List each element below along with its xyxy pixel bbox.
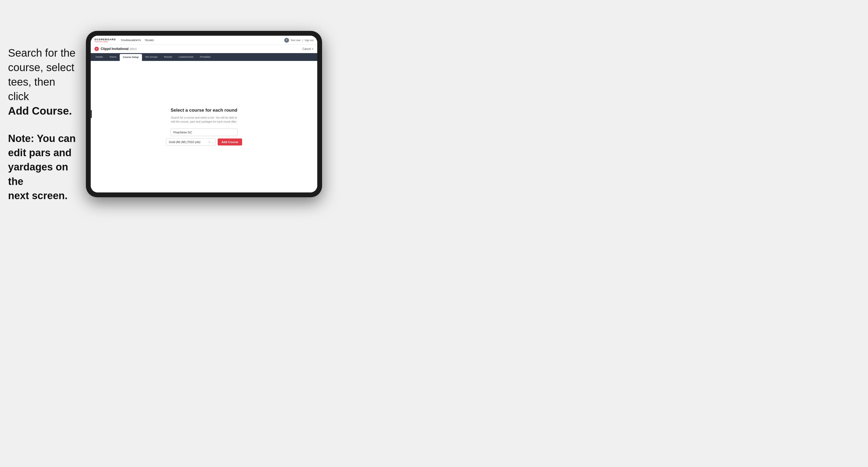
tournament-header: C Clippd Invitational (Men) Cancel × bbox=[91, 45, 317, 53]
tab-bar: Details Teams Course Setup Tee Groups Re… bbox=[91, 53, 317, 61]
add-course-button[interactable]: Add Course bbox=[218, 138, 242, 146]
tab-results[interactable]: Results bbox=[161, 53, 175, 61]
tee-select-wrapper: × ⌄ bbox=[166, 138, 216, 146]
tee-chevron-icon: ⌄ bbox=[212, 141, 214, 143]
tab-leaderboards[interactable]: Leaderboards bbox=[175, 53, 197, 61]
tournament-subtitle: (Men) bbox=[130, 48, 136, 51]
tablet-screen: SCOREBOARD Powered by clippd TOURNAMENTS… bbox=[91, 36, 317, 192]
logo-title: SCOREBOARD bbox=[94, 38, 116, 41]
sign-out[interactable]: Sign out bbox=[305, 39, 313, 41]
cancel-button[interactable]: Cancel × bbox=[303, 48, 313, 51]
nav-tournaments[interactable]: TOURNAMENTS bbox=[121, 39, 141, 41]
nav-separator: | bbox=[303, 39, 303, 41]
main-content: Select a course for each round Search fo… bbox=[91, 61, 317, 192]
tablet-frame: SCOREBOARD Powered by clippd TOURNAMENTS… bbox=[86, 31, 322, 197]
tab-details[interactable]: Details bbox=[92, 53, 106, 61]
logo-subtitle: Powered by clippd bbox=[94, 41, 116, 42]
top-nav: SCOREBOARD Powered by clippd TOURNAMENTS… bbox=[91, 36, 317, 45]
logo-area: SCOREBOARD Powered by clippd bbox=[94, 38, 116, 42]
instruction-text: Search for the course, select tees, then… bbox=[8, 45, 78, 118]
note-text: Note: You can edit pars and yardages on … bbox=[8, 131, 78, 203]
tournament-icon: C bbox=[94, 47, 99, 51]
tab-teams[interactable]: Teams bbox=[106, 53, 120, 61]
section-title: Select a course for each round bbox=[171, 107, 237, 113]
avatar: T bbox=[284, 38, 289, 43]
tab-course-setup[interactable]: Course Setup bbox=[120, 54, 142, 61]
user-name: Test User bbox=[291, 39, 301, 41]
nav-links: TOURNAMENTS TEAMS bbox=[121, 39, 284, 41]
tee-select-input[interactable] bbox=[166, 138, 216, 146]
nav-teams[interactable]: TEAMS bbox=[145, 39, 154, 41]
left-annotation: Search for the course, select tees, then… bbox=[8, 45, 78, 203]
tournament-title: Clippd Invitational bbox=[101, 47, 129, 51]
section-description: Search for a course and select a tee. Yo… bbox=[169, 116, 239, 124]
tee-row: × ⌄ Add Course bbox=[166, 138, 242, 146]
tablet-button bbox=[90, 110, 92, 118]
tab-printables[interactable]: Printables bbox=[197, 53, 214, 61]
course-search-input[interactable] bbox=[170, 129, 238, 136]
tab-tee-groups[interactable]: Tee Groups bbox=[142, 53, 161, 61]
nav-right: T Test User | Sign out bbox=[284, 38, 313, 43]
tee-clear-icon[interactable]: × bbox=[209, 141, 210, 144]
